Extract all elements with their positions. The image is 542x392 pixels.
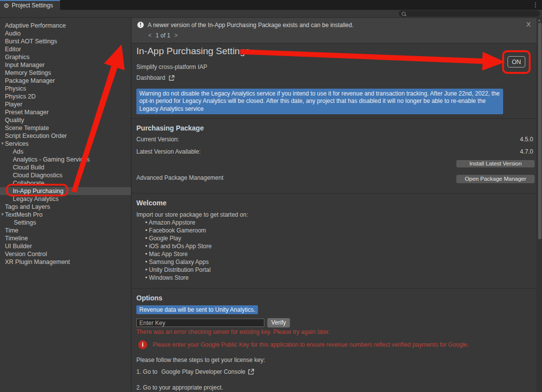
sidebar-item-timeline[interactable]: Timeline [0,234,131,242]
sidebar-item-label: Scene Template [5,125,49,131]
sidebar-item-ui-builder[interactable]: UI Builder [0,242,131,250]
sidebar-item-ads[interactable]: Ads [0,148,131,156]
sidebar-item-label: Services [5,140,29,147]
sidebar-item-player[interactable]: Player [0,100,131,108]
external-link-icon[interactable] [248,368,255,375]
install-latest-version-button[interactable]: Install Latest Version [456,160,535,167]
sidebar-item-input-manager[interactable]: Input Manager [0,61,131,69]
sidebar-item-physics[interactable]: Physics [0,85,131,93]
sidebar-item-graphics[interactable]: Graphics [0,53,131,61]
current-version-label: Current Version: [136,136,179,143]
steps-intro: Please follow these steps to get your li… [136,357,265,363]
store-list-item: iOS and tvOs App Store [145,242,212,250]
sidebar-item-xr-plugin-management[interactable]: XR Plugin Management [0,258,131,266]
pager-prev-button[interactable]: < [148,32,152,39]
sidebar-item-tags-and-layers[interactable]: Tags and Layers [0,203,131,211]
error-info-icon: i [138,340,147,349]
tab-title: Project Settings [12,2,53,9]
sidebar-item-label: Legacy Analytics [13,196,59,202]
advanced-package-label: Advanced Package Management [136,174,223,181]
store-list-item: Amazon Appstore [145,219,212,227]
sidebar-item-analytics-gaming-services[interactable]: Analytics - Gaming Services [0,156,131,163]
sidebar-item-script-execution-order[interactable]: Script Execution Order [0,132,131,140]
sidebar-item-burst-aot-settings[interactable]: Burst AOT Settings [0,37,131,45]
verify-button[interactable]: Verify [267,318,290,327]
store-list-item: Mac App Store [145,250,212,258]
close-icon[interactable]: X [526,21,531,28]
sidebar-item-label: Graphics [5,54,30,61]
sidebar-item-label: Collaborate [13,180,44,187]
kebab-menu-icon[interactable]: ⋮ [532,1,539,8]
google-play-console-link[interactable]: Google Play Developer Console [161,368,246,375]
store-list-item: Windows Store [145,274,212,282]
gear-icon: ⚙ [3,2,9,9]
page-title: In-App Purchasing Settings [136,46,250,57]
step-2: 2. Go to your appropriate project. [136,384,223,391]
pager-next-button[interactable]: > [174,32,178,39]
sidebar-item-label: Physics [5,85,26,92]
sidebar-item-version-control[interactable]: Version Control [0,250,131,258]
tab-project-settings[interactable]: ⚙ Project Settings [0,0,60,10]
open-package-manager-button[interactable]: Open Package Manager [456,175,535,183]
notification-banner: ! A newer version of the In-App Purchasi… [131,18,537,43]
service-on-toggle[interactable]: ON [508,56,525,67]
foldout-arrow-icon[interactable]: ▼ [0,140,4,148]
sidebar-item-quality[interactable]: Quality [0,116,131,124]
options-heading: Options [136,294,162,302]
sidebar-item-services[interactable]: ▼Services [0,140,131,148]
subtitle: Simplify cross-platform IAP [136,64,207,70]
sidebar-item-editor[interactable]: Editor [0,45,131,53]
toolbar [0,10,542,18]
sidebar-item-cloud-diagnostics[interactable]: Cloud Diagnostics [0,171,131,179]
banner-message: A newer version of the In-App Purchasing… [148,22,353,29]
search-box[interactable] [399,10,540,17]
sidebar-item-adaptive-performance[interactable]: Adaptive Performance [0,22,131,30]
store-list-item: Google Play [145,234,212,242]
sidebar-item-memory-settings[interactable]: Memory Settings [0,69,131,77]
main-panel: ! A newer version of the In-App Purchasi… [131,18,537,392]
external-link-icon [168,75,175,81]
sidebar-item-label: In-App Purchasing [13,188,64,195]
sidebar-item-textmesh-pro[interactable]: ▼TextMesh Pro [0,211,131,219]
sidebar-item-preset-manager[interactable]: Preset Manager [0,108,131,116]
sidebar-item-physics-2d[interactable]: Physics 2D [0,93,131,100]
vertical-scrollbar[interactable]: ▲ [537,18,542,392]
sidebar-item-scene-template[interactable]: Scene Template [0,124,131,132]
step-1-prefix: 1. Go to [136,368,158,375]
sidebar-item-legacy-analytics[interactable]: Legacy Analytics [0,195,131,203]
sidebar-item-label: TextMesh Pro [5,211,42,218]
sidebar-item-time[interactable]: Time [0,227,131,234]
sidebar-item-label: Script Execution Order [5,132,67,139]
sidebar-item-label: Version Control [5,251,47,258]
sidebar-item-in-app-purchasing[interactable]: In-App Purchasing [0,187,131,195]
dashboard-label: Dashboard [136,74,165,81]
sidebar-item-label: Player [5,101,22,108]
welcome-intro: Import our store package to get started … [136,211,248,218]
dashboard-link[interactable]: Dashboard [136,74,175,81]
pager-label: 1 of 1 [156,32,170,39]
store-list-item: Unity Distribution Portal [145,266,212,274]
sidebar-item-label: UI Builder [5,243,32,250]
license-key-input[interactable] [136,319,264,327]
sidebar-item-cloud-build[interactable]: Cloud Build [0,163,131,171]
sidebar-item-settings[interactable]: Settings [0,219,131,227]
sidebar-item-label: Ads [13,148,24,155]
google-key-error-text: Please enter your Google Public Key for … [153,341,469,348]
sidebar-item-label: Physics 2D [5,93,36,100]
scrollbar-thumb[interactable] [538,23,542,239]
sidebar-item-label: Adaptive Performance [5,22,66,29]
sidebar-item-label: Quality [5,117,24,124]
sidebar-list: Adaptive PerformanceAudioBurst AOT Setti… [0,22,131,266]
sidebar-item-collaborate[interactable]: Collaborate [0,179,131,187]
sidebar-item-package-manager[interactable]: Package Manager [0,77,131,85]
search-input[interactable] [408,10,537,17]
sidebar-item-label: Time [5,227,18,234]
scroll-up-icon[interactable]: ▲ [538,18,541,23]
current-version-value: 4.5.0 [520,136,533,143]
foldout-arrow-icon[interactable]: ▼ [0,211,4,219]
sidebar-item-label: Preset Manager [5,109,49,116]
sidebar-item-label: Analytics - Gaming Services [13,156,90,163]
sidebar-item-audio[interactable]: Audio [0,30,131,37]
sidebar-item-label: Cloud Build [13,164,44,171]
sidebar-item-label: Timeline [5,235,28,242]
